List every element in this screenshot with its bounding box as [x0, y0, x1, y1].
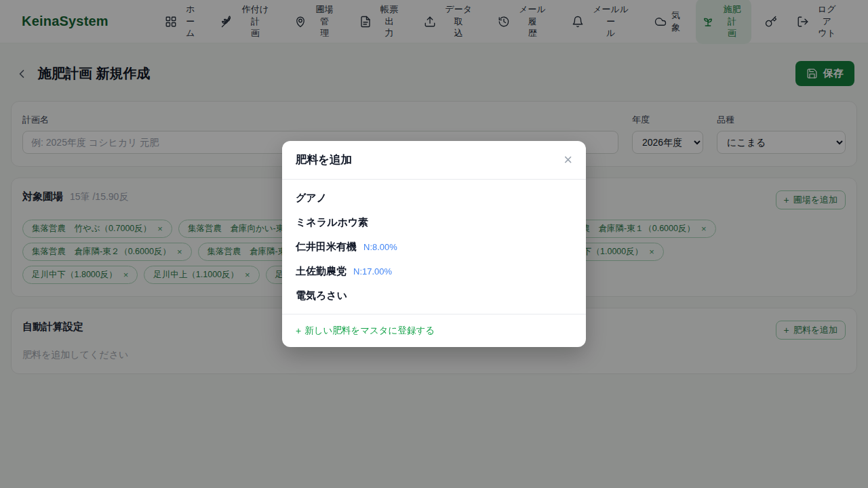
- plus-icon: +: [296, 326, 301, 336]
- fertilizer-option[interactable]: 土佐勤農党 N:17.00%: [282, 259, 586, 283]
- fertilizer-option[interactable]: 仁井田米有機 N:8.00%: [282, 235, 586, 259]
- fertilizer-list: グアノ ミネラルホウ素 仁井田米有機 N:8.00% 土佐勤農党 N:17.00…: [282, 180, 586, 314]
- fertilizer-name: 仁井田米有機: [296, 241, 357, 253]
- fertilizer-option[interactable]: ミネラルホウ素: [282, 210, 586, 235]
- close-icon[interactable]: ×: [564, 152, 572, 167]
- fertilizer-name: 土佐勤農党: [296, 265, 347, 278]
- fertilizer-n-value: N:17.00%: [353, 266, 392, 277]
- fertilizer-name: ミネラルホウ素: [296, 216, 368, 229]
- fertilizer-option[interactable]: グアノ: [282, 186, 586, 210]
- fertilizer-name: グアノ: [296, 192, 327, 205]
- modal-layer: 肥料を追加 × グアノ ミネラルホウ素 仁井田米有機 N:8.00% 土佐勤農党…: [0, 0, 868, 488]
- fertilizer-name: 電気ろさい: [296, 289, 347, 302]
- modal-title: 肥料を追加: [296, 152, 352, 167]
- register-new-fertilizer-link[interactable]: + 新しい肥料をマスタに登録する: [296, 325, 435, 337]
- register-new-fertilizer-label: 新しい肥料をマスタに登録する: [304, 325, 435, 337]
- fertilizer-n-value: N:8.00%: [363, 242, 397, 252]
- fertilizer-option[interactable]: 電気ろさい: [282, 283, 586, 308]
- add-fertilizer-modal: 肥料を追加 × グアノ ミネラルホウ素 仁井田米有機 N:8.00% 土佐勤農党…: [282, 141, 586, 347]
